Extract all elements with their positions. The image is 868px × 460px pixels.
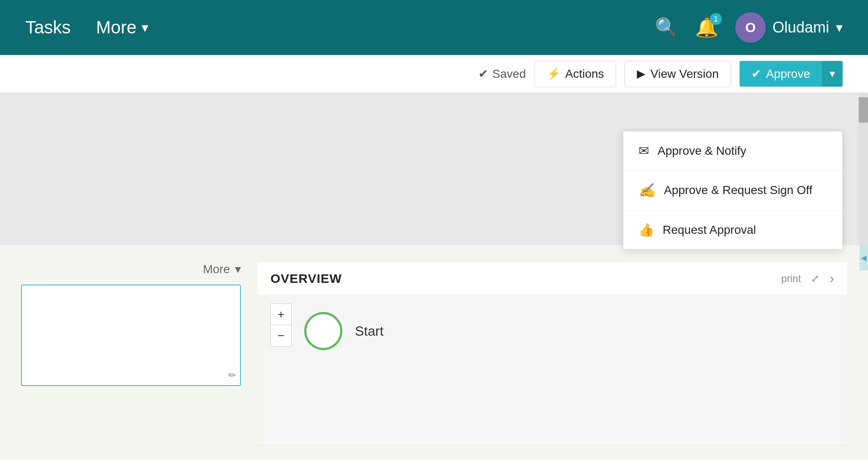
view-version-label: View Version bbox=[650, 67, 718, 81]
actions-button[interactable]: ⚡ Actions bbox=[535, 61, 617, 87]
left-panel: More ▾ ✏ bbox=[21, 262, 241, 443]
start-area: Start bbox=[304, 312, 834, 350]
approve-notify-item[interactable]: ✉ Approve & Notify bbox=[623, 131, 842, 170]
edit-icon[interactable]: ✏ bbox=[228, 370, 236, 381]
lower-content: More ▾ ✏ OVERVIEW print ⤢ › + − Start bbox=[0, 245, 868, 460]
left-panel-more[interactable]: More ▾ bbox=[21, 262, 241, 276]
thumbsup-icon: 👍 bbox=[639, 222, 654, 237]
approve-notify-label: Approve & Notify bbox=[658, 144, 746, 158]
actions-label: Actions bbox=[565, 67, 604, 81]
overview-title: OVERVIEW bbox=[270, 271, 342, 286]
zoom-in-button[interactable]: + bbox=[271, 304, 291, 325]
start-circle bbox=[304, 312, 342, 350]
overview-panel: OVERVIEW print ⤢ › + − Start bbox=[258, 262, 847, 443]
top-nav: Tasks More ▾ 🔍 🔔 1 O Oludami ▾ bbox=[0, 0, 868, 55]
gray-content-area: ✉ Approve & Notify ✍ Approve & Request S… bbox=[0, 93, 868, 245]
approve-dropdown-menu: ✉ Approve & Notify ✍ Approve & Request S… bbox=[623, 131, 843, 249]
request-approval-label: Request Approval bbox=[663, 223, 756, 237]
saved-label: Saved bbox=[492, 67, 526, 81]
user-chevron: ▾ bbox=[836, 19, 843, 36]
notification-icon[interactable]: 🔔 1 bbox=[695, 16, 718, 38]
approve-check-icon: ✔ bbox=[751, 67, 761, 81]
expand-icon[interactable]: ⤢ bbox=[811, 273, 819, 285]
approve-dropdown-button[interactable]: ▾ bbox=[822, 61, 843, 87]
search-icon[interactable]: 🔍 bbox=[655, 16, 678, 38]
view-version-button[interactable]: ▶ View Version bbox=[625, 61, 731, 87]
overview-body: + − Start bbox=[258, 295, 847, 442]
more-nav-chevron: ▾ bbox=[142, 19, 148, 36]
approve-group: ✔ Approve ▾ bbox=[740, 61, 843, 87]
scrollbar-thumb[interactable] bbox=[859, 97, 868, 123]
saved-status: ✔ Saved bbox=[478, 67, 526, 81]
nav-right: 🔍 🔔 1 O Oludami ▾ bbox=[655, 12, 843, 43]
zoom-out-button[interactable]: − bbox=[271, 325, 291, 346]
tasks-nav-item[interactable]: Tasks bbox=[25, 17, 71, 38]
approve-button[interactable]: ✔ Approve bbox=[740, 61, 822, 87]
view-version-icon: ▶ bbox=[637, 67, 645, 80]
left-more-chevron: ▾ bbox=[235, 262, 241, 276]
envelope-icon: ✉ bbox=[639, 143, 649, 158]
sign-icon: ✍ bbox=[639, 182, 655, 198]
notification-badge: 1 bbox=[710, 13, 722, 25]
avatar: O bbox=[735, 12, 766, 43]
more-nav-item[interactable]: More ▾ bbox=[96, 17, 148, 38]
user-name: Oludami bbox=[772, 19, 829, 36]
approve-label: Approve bbox=[766, 67, 810, 81]
left-more-label: More bbox=[203, 263, 230, 276]
more-nav-label: More bbox=[96, 17, 136, 38]
overview-controls: print ⤢ › bbox=[781, 271, 834, 286]
start-label: Start bbox=[355, 323, 384, 339]
nav-left: Tasks More ▾ bbox=[25, 17, 148, 38]
user-info[interactable]: O Oludami ▾ bbox=[735, 12, 843, 43]
side-expand-handle[interactable]: ◀ bbox=[860, 245, 868, 271]
toolbar: ✔ Saved ⚡ Actions ▶ View Version ✔ Appro… bbox=[0, 55, 868, 93]
actions-icon: ⚡ bbox=[547, 67, 560, 80]
dropdown-arrow-icon: ▾ bbox=[830, 67, 835, 80]
scrollbar-track bbox=[859, 93, 868, 245]
request-approval-item[interactable]: 👍 Request Approval bbox=[623, 211, 842, 249]
panel-card: ✏ bbox=[21, 285, 241, 386]
approve-sign-off-item[interactable]: ✍ Approve & Request Sign Off bbox=[623, 170, 842, 211]
saved-check-icon: ✔ bbox=[478, 67, 488, 81]
side-expand-icon: ◀ bbox=[861, 253, 867, 263]
overview-header: OVERVIEW print ⤢ › bbox=[258, 262, 847, 295]
approve-sign-off-label: Approve & Request Sign Off bbox=[664, 183, 812, 197]
zoom-controls: + − bbox=[270, 304, 292, 347]
print-button[interactable]: print bbox=[781, 273, 801, 285]
next-icon[interactable]: › bbox=[830, 271, 834, 286]
